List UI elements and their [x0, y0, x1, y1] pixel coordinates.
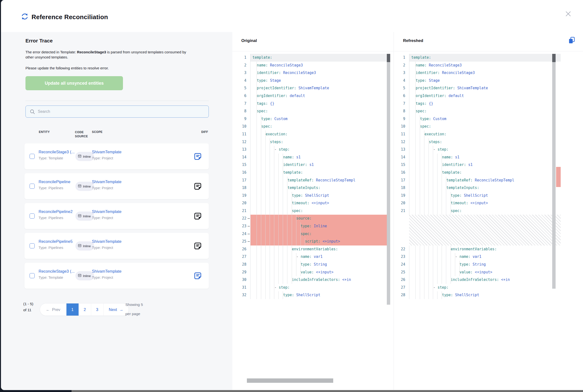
line-number: 26: [394, 276, 409, 284]
line-number: 4: [232, 77, 250, 85]
indent-guides: [252, 291, 283, 299]
code-line: 10spec:: [394, 123, 561, 130]
line-number: 19: [232, 192, 250, 200]
page-horizontal-scrollbar[interactable]: [71, 390, 583, 392]
code-line-content: type: Custom: [409, 115, 561, 123]
entity-link[interactable]: ReconcileStage3 (...: [38, 150, 75, 154]
diff-note-icon[interactable]: [194, 242, 202, 250]
yaml-key: templateRef:: [446, 178, 472, 182]
yaml-value: <+in: [499, 278, 510, 282]
diff-note-icon[interactable]: [194, 182, 202, 190]
yaml-key: step:: [279, 285, 290, 290]
scope-link[interactable]: ShivamTemplate: [92, 209, 121, 214]
line-number: 18: [394, 184, 409, 192]
original-code-editor[interactable]: 1template:2name: ReconcileStage33identif…: [232, 54, 394, 390]
entity-link[interactable]: ReconcilePipeline: [38, 180, 70, 184]
code-line-content: type: Inline: [250, 222, 390, 230]
indent-guides: [411, 154, 442, 161]
yaml-key: type:: [301, 262, 312, 266]
scope-link[interactable]: ShivamTemplate: [92, 239, 121, 244]
code-source-label: Inline: [83, 155, 91, 158]
indent-guides: [252, 230, 301, 238]
code-line-content: name: ReconcileStage3: [409, 62, 561, 70]
row-checkbox[interactable]: [29, 214, 35, 218]
refreshed-vertical-scrollbar[interactable]: [552, 54, 556, 289]
diff-note-icon[interactable]: [194, 212, 202, 220]
code-line-content: type: Stage: [250, 77, 390, 85]
yaml-key: includeInfraSelectors:: [451, 278, 499, 282]
indent-guides: [411, 115, 420, 123]
close-icon[interactable]: [565, 10, 572, 18]
yaml-key: value:: [460, 270, 473, 274]
original-panel-header: Original: [232, 32, 394, 52]
yaml-key: templateInputs:: [446, 186, 479, 190]
page-button-3[interactable]: 3: [91, 304, 103, 316]
code-line-content: - step:: [250, 284, 390, 292]
search-input[interactable]: [38, 106, 206, 118]
store-icon: [78, 274, 83, 278]
original-vertical-scrollbar[interactable]: [387, 54, 390, 305]
update-all-unsynced-entities-button[interactable]: Update all unsynced entities: [25, 76, 123, 90]
yaml-key: execution:: [424, 132, 446, 136]
copy-icon[interactable]: [568, 36, 576, 44]
code-line: 8spec:: [394, 108, 561, 115]
row-checkbox[interactable]: [29, 243, 35, 248]
yaml-value: default: [287, 94, 305, 98]
yaml-dash: -: [433, 285, 438, 290]
yaml-value: var1: [471, 254, 481, 259]
prev-page-button[interactable]: ← Prev: [40, 304, 66, 316]
yaml-value: String: [471, 262, 486, 266]
code-line-content: name: ReconcileStage3: [250, 62, 390, 70]
pagination-controls: ← Prev123Next →: [40, 303, 129, 316]
row-checkbox[interactable]: [29, 273, 35, 278]
search-box: [25, 106, 209, 118]
yaml-key: type:: [420, 117, 431, 121]
yaml-value: ReconcileStage3: [440, 70, 475, 75]
code-line: 16template:: [394, 169, 561, 176]
yaml-key: projectIdentifier:: [257, 86, 296, 90]
yaml-value: Stage: [427, 78, 440, 83]
code-line-content: source:: [250, 215, 390, 222]
diff-note-icon[interactable]: [194, 272, 202, 280]
line-number: 5: [232, 84, 250, 92]
yaml-key: projectIdentifier:: [416, 86, 455, 90]
code-source-badge: Inline: [75, 212, 94, 221]
yaml-key: spec:: [416, 109, 427, 113]
scope-cell: ShivamTemplateType: Project: [92, 209, 145, 220]
scope-cell: ShivamTemplateType: Project: [92, 180, 145, 190]
line-number: 10: [232, 123, 250, 130]
yaml-value: ReconcileStage3: [427, 63, 462, 68]
yaml-key: name:: [460, 254, 471, 259]
original-horizontal-scrollbar[interactable]: [247, 378, 333, 383]
scope-link[interactable]: ShivamTemplate: [92, 180, 121, 184]
entity-link[interactable]: ReconcileStage3 (...: [38, 269, 75, 274]
line-number: 2: [232, 62, 250, 70]
yaml-dash: -: [296, 254, 301, 259]
row-checkbox[interactable]: [29, 154, 35, 159]
scope-link[interactable]: ShivamTemplate: [92, 269, 121, 274]
diff-gap-hatch: [409, 215, 561, 245]
page-button-2[interactable]: 2: [78, 304, 91, 316]
line-number: 11: [232, 130, 250, 138]
entity-link[interactable]: ReconcilePipeline2: [38, 209, 72, 214]
yaml-key: name:: [257, 63, 268, 68]
yaml-key: identifier:: [416, 70, 440, 75]
original-scrollbar-thumb[interactable]: [387, 54, 390, 62]
code-line: 24–spec:: [232, 230, 390, 238]
removed-line-marker: –: [248, 215, 250, 222]
scope-link[interactable]: ShivamTemplate: [92, 150, 121, 154]
indent-guides: [252, 261, 301, 268]
diff-note-icon[interactable]: [194, 152, 202, 160]
code-line: 19type: ShellScript: [232, 192, 390, 200]
refreshed-scrollbar-thumb[interactable]: [552, 54, 556, 62]
yaml-key: type:: [261, 117, 272, 121]
yaml-value: var1: [312, 254, 323, 259]
entity-link[interactable]: ReconcilePipeline5: [38, 239, 72, 244]
row-checkbox[interactable]: [29, 184, 35, 189]
line-number: 30: [232, 276, 250, 284]
indent-guides: [411, 146, 433, 154]
next-page-button[interactable]: Next →: [103, 304, 129, 316]
page-button-1[interactable]: 1: [66, 304, 78, 316]
line-number: 20: [232, 200, 250, 207]
yaml-value: s1: [294, 155, 301, 159]
